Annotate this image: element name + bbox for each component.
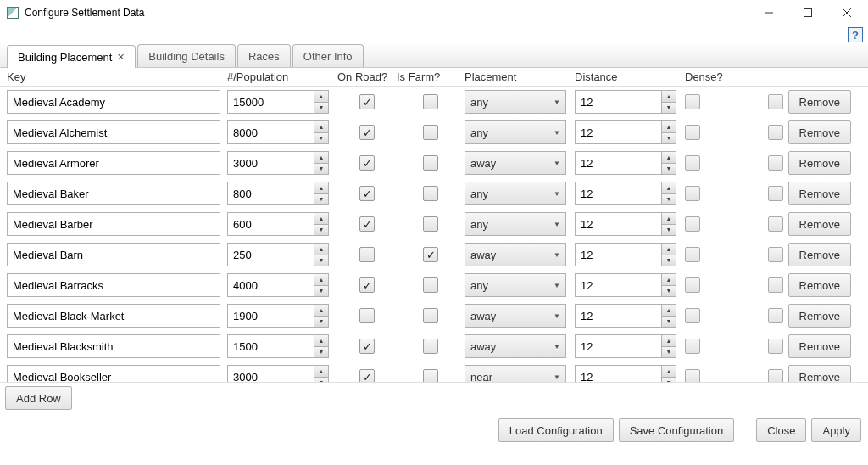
- population-stepper-input[interactable]: [227, 304, 314, 328]
- chevron-down-icon[interactable]: ▼: [662, 193, 676, 205]
- apply-button[interactable]: Apply: [811, 418, 861, 442]
- population-stepper-input[interactable]: [227, 151, 314, 175]
- dense-checkbox-a[interactable]: [685, 247, 700, 262]
- chevron-down-icon[interactable]: ▼: [662, 132, 676, 144]
- grid-body[interactable]: ▲▼any▼▲▼Remove▲▼any▼▲▼Remove▲▼away▼▲▼Rem…: [0, 87, 868, 382]
- chevron-up-icon[interactable]: ▲: [662, 91, 676, 102]
- placement-select[interactable]: any▼: [465, 212, 566, 236]
- distance-stepper[interactable]: ▲▼: [575, 304, 676, 328]
- chevron-up-icon[interactable]: ▲: [314, 335, 328, 346]
- chevron-down-icon[interactable]: ▼: [662, 163, 676, 175]
- remove-button[interactable]: Remove: [788, 304, 851, 328]
- chevron-down-icon[interactable]: ▼: [314, 224, 328, 236]
- population-stepper[interactable]: ▲▼: [227, 243, 329, 266]
- chevron-up-icon[interactable]: ▲: [662, 335, 676, 346]
- chevron-down-icon[interactable]: ▼: [662, 224, 676, 236]
- is-farm-checkbox[interactable]: [423, 155, 438, 171]
- placement-select[interactable]: away▼: [465, 334, 566, 358]
- chevron-up-icon[interactable]: ▲: [314, 213, 328, 224]
- remove-pre-box[interactable]: [768, 308, 783, 323]
- distance-stepper[interactable]: ▲▼: [575, 151, 676, 175]
- chevron-down-icon[interactable]: ▼: [314, 102, 328, 114]
- remove-pre-box[interactable]: [768, 155, 783, 171]
- key-input[interactable]: [7, 90, 220, 114]
- is-farm-checkbox[interactable]: [423, 308, 438, 323]
- is-farm-checkbox[interactable]: [423, 277, 438, 293]
- key-input[interactable]: [7, 304, 220, 328]
- remove-button[interactable]: Remove: [788, 243, 851, 266]
- on-road-checkbox[interactable]: [359, 125, 375, 140]
- tab-building-details[interactable]: Building Details: [137, 44, 236, 67]
- population-stepper-input[interactable]: [227, 273, 314, 297]
- chevron-down-icon[interactable]: ▼: [314, 255, 328, 266]
- distance-stepper-input[interactable]: [575, 334, 661, 358]
- chevron-up-icon[interactable]: ▲: [662, 305, 676, 316]
- remove-button[interactable]: Remove: [788, 120, 851, 144]
- dense-checkbox-a[interactable]: [685, 155, 700, 171]
- is-farm-checkbox[interactable]: [423, 339, 438, 354]
- distance-stepper[interactable]: ▲▼: [575, 273, 676, 297]
- distance-stepper[interactable]: ▲▼: [575, 90, 676, 114]
- placement-select[interactable]: near▼: [465, 365, 566, 382]
- distance-stepper[interactable]: ▲▼: [575, 334, 676, 358]
- distance-stepper-input[interactable]: [575, 304, 661, 328]
- placement-select[interactable]: any▼: [465, 273, 566, 297]
- distance-stepper-input[interactable]: [575, 151, 661, 175]
- dense-checkbox-a[interactable]: [685, 186, 700, 201]
- population-stepper-input[interactable]: [227, 334, 314, 358]
- on-road-checkbox[interactable]: [359, 339, 375, 354]
- chevron-down-icon[interactable]: ▼: [314, 132, 328, 144]
- dense-checkbox-a[interactable]: [685, 369, 700, 382]
- population-stepper-input[interactable]: [227, 212, 314, 236]
- close-window-button[interactable]: [827, 0, 866, 25]
- is-farm-checkbox[interactable]: [423, 186, 438, 201]
- remove-pre-box[interactable]: [768, 277, 783, 293]
- help-button[interactable]: ?: [848, 27, 863, 42]
- placement-select[interactable]: away▼: [465, 304, 566, 328]
- is-farm-checkbox[interactable]: [423, 94, 438, 109]
- on-road-checkbox[interactable]: [359, 216, 375, 232]
- on-road-checkbox[interactable]: [359, 277, 375, 293]
- key-input[interactable]: [7, 182, 220, 205]
- population-stepper[interactable]: ▲▼: [227, 273, 329, 297]
- chevron-down-icon[interactable]: ▼: [662, 285, 676, 297]
- load-configuration-button[interactable]: Load Configuration: [498, 418, 614, 442]
- dense-checkbox-a[interactable]: [685, 277, 700, 293]
- distance-stepper-input[interactable]: [575, 90, 661, 114]
- population-stepper[interactable]: ▲▼: [227, 212, 329, 236]
- population-stepper[interactable]: ▲▼: [227, 304, 329, 328]
- placement-select[interactable]: away▼: [465, 243, 566, 266]
- tab-close-icon[interactable]: ✕: [117, 52, 125, 63]
- chevron-down-icon[interactable]: ▼: [662, 346, 676, 358]
- remove-pre-box[interactable]: [768, 369, 783, 382]
- on-road-checkbox[interactable]: [359, 369, 375, 382]
- population-stepper-input[interactable]: [227, 243, 314, 266]
- on-road-checkbox[interactable]: [359, 308, 375, 323]
- population-stepper-input[interactable]: [227, 182, 314, 205]
- chevron-down-icon[interactable]: ▼: [314, 285, 328, 297]
- dense-checkbox-a[interactable]: [685, 94, 700, 109]
- chevron-down-icon[interactable]: ▼: [662, 316, 676, 328]
- placement-select[interactable]: away▼: [465, 151, 566, 175]
- placement-select[interactable]: any▼: [465, 120, 566, 144]
- key-input[interactable]: [7, 365, 220, 382]
- chevron-up-icon[interactable]: ▲: [314, 366, 328, 377]
- population-stepper[interactable]: ▲▼: [227, 120, 329, 144]
- chevron-up-icon[interactable]: ▲: [314, 274, 328, 285]
- placement-select[interactable]: any▼: [465, 90, 566, 114]
- remove-pre-box[interactable]: [768, 125, 783, 140]
- on-road-checkbox[interactable]: [359, 186, 375, 201]
- chevron-up-icon[interactable]: ▲: [662, 121, 676, 132]
- population-stepper[interactable]: ▲▼: [227, 151, 329, 175]
- dense-checkbox-a[interactable]: [685, 339, 700, 354]
- chevron-up-icon[interactable]: ▲: [662, 182, 676, 193]
- chevron-up-icon[interactable]: ▲: [662, 213, 676, 224]
- chevron-down-icon[interactable]: ▼: [314, 346, 328, 358]
- maximize-button[interactable]: [788, 0, 827, 25]
- dense-checkbox-a[interactable]: [685, 216, 700, 232]
- is-farm-checkbox[interactable]: [423, 216, 438, 232]
- distance-stepper-input[interactable]: [575, 365, 661, 382]
- population-stepper-input[interactable]: [227, 365, 314, 382]
- chevron-up-icon[interactable]: ▲: [314, 305, 328, 316]
- dense-checkbox-a[interactable]: [685, 308, 700, 323]
